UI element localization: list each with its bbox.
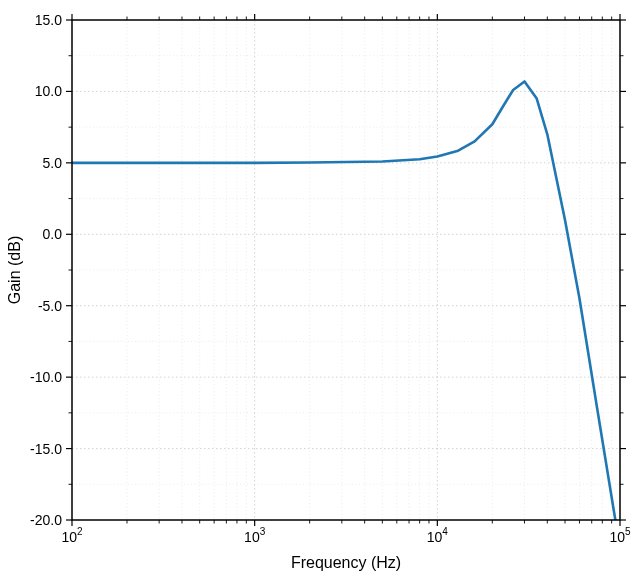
x-tick-label: 104 [427, 526, 449, 545]
x-tick-label: 105 [609, 526, 631, 545]
x-tick-label: 103 [244, 526, 266, 545]
data-line [72, 81, 620, 548]
y-tick-label: 15.0 [35, 12, 62, 28]
y-axis-label: Gain (dB) [6, 236, 23, 304]
line-chart: 102103104105-20.0-15.0-10.0-5.00.05.010.… [0, 0, 640, 584]
y-tick-label: 10.0 [35, 83, 62, 99]
y-tick-label: -20.0 [30, 512, 62, 528]
y-tick-label: 5.0 [43, 155, 63, 171]
chart-container: 102103104105-20.0-15.0-10.0-5.00.05.010.… [0, 0, 640, 584]
x-axis-label: Frequency (Hz) [291, 554, 401, 571]
y-tick-label: -15.0 [30, 441, 62, 457]
y-tick-label: -5.0 [38, 298, 62, 314]
y-tick-label: -10.0 [30, 369, 62, 385]
x-tick-label: 102 [61, 526, 83, 545]
y-tick-label: 0.0 [43, 226, 63, 242]
